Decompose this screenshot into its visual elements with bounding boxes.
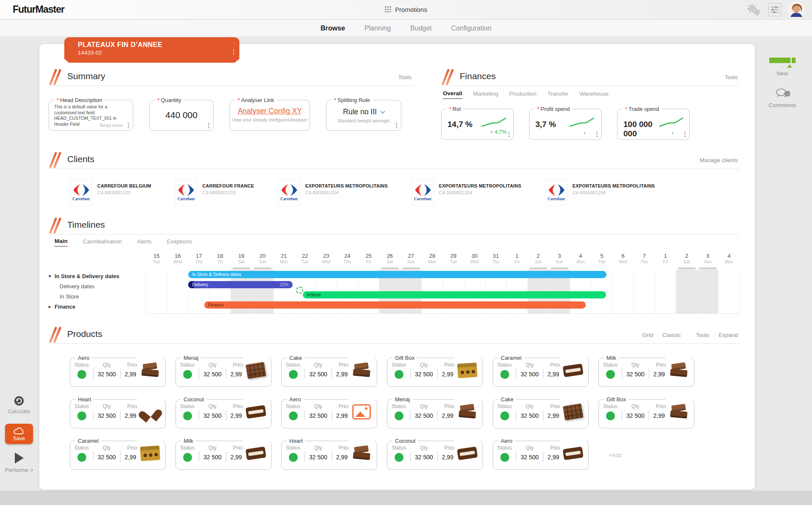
trade-spend-menu-icon[interactable] — [684, 134, 686, 135]
product-card[interactable]: Gift Box Status Qty 32 500 — [598, 396, 694, 428]
apps-grid-icon[interactable] — [385, 6, 391, 13]
product-image-shape — [457, 362, 477, 378]
comments-button[interactable]: Comments — [768, 88, 796, 108]
status-badge — [500, 453, 509, 462]
new-status-bar-icon[interactable] — [769, 58, 796, 63]
fin-tab-overall[interactable]: Overall — [443, 90, 462, 99]
divider — [622, 410, 622, 420]
head-description-field[interactable]: *Head Description This is a default valu… — [49, 97, 133, 131]
splitting-rule-select[interactable]: Rule no III — [326, 108, 401, 116]
view-option-tools[interactable]: Tools — [696, 332, 710, 338]
product-card[interactable]: Caramel Status Qty 32 500 — [70, 438, 166, 470]
fin-tab-marketing[interactable]: Marketing — [473, 90, 498, 99]
selection-circle-icon[interactable] — [296, 287, 303, 294]
product-card[interactable]: Milk Status Qty 32 500 — [598, 355, 694, 387]
manage-clients-link[interactable]: Manage clients — [700, 157, 738, 163]
client-chip[interactable]: Carrefour EXPORTATEURS METROPOLITAINS C4… — [546, 180, 655, 205]
tl-tab-alerts[interactable]: Alerts — [137, 238, 152, 247]
user-avatar[interactable] — [788, 2, 804, 18]
tab-budget[interactable]: Budget — [410, 25, 432, 32]
product-card[interactable]: Caramel Status Qty 32 500 — [493, 355, 589, 387]
tab-browse[interactable]: Browse — [321, 25, 345, 32]
view-option-expand[interactable]: Expand — [719, 332, 738, 338]
gantt-label-in-store[interactable]: In Store — [49, 291, 146, 301]
finances-tools-link[interactable]: Tools — [724, 74, 738, 80]
product-card[interactable]: Aero Status Qty 32 500 — [70, 355, 166, 387]
quantity-field[interactable]: *Quantity 440 000 — [149, 97, 214, 131]
product-card[interactable]: Heart Status Qty 32 500 — [281, 438, 377, 470]
tab-planning[interactable]: Planning — [365, 25, 391, 32]
promotion-header-card[interactable]: PLATEAUX FIN D’ANNEE 14433-02 — [64, 37, 239, 63]
bar-delivery[interactable]: Delivery 20% — [188, 281, 293, 288]
caret-down-icon[interactable]: ▾ — [49, 273, 55, 279]
product-card[interactable]: Cake Status Qty 32 500 — [281, 355, 377, 387]
product-card[interactable]: Cake Status Qty 32 500 — [493, 396, 589, 428]
date-number: 16 — [167, 253, 188, 259]
summary-tools-link[interactable]: Tools — [398, 74, 411, 80]
fin-tab-transfer[interactable]: Transfer — [548, 90, 569, 99]
product-card[interactable]: Milk Status Qty 32 500 — [176, 438, 272, 470]
product-card[interactable]: Coconut Status Qty 32 500 — [176, 396, 272, 428]
add-product-button[interactable]: +Add — [598, 438, 694, 470]
gantt-date-cell: 30 Wed — [464, 253, 485, 269]
divider — [226, 452, 226, 462]
fin-tab-warehouse[interactable]: Warehouse — [579, 90, 609, 99]
tl-tab-main[interactable]: Main — [55, 238, 68, 247]
clients-section: Clients Manage clients Carrefour — [49, 154, 740, 205]
preferences-sliders-button[interactable] — [768, 3, 782, 17]
client-info: CARREFOUR BELGIUM C4-9000001202 — [97, 180, 151, 195]
profit-spend-menu-icon[interactable] — [596, 134, 598, 135]
roi-menu-icon[interactable] — [508, 134, 510, 135]
client-chip[interactable]: Carrefour CARREFOUR BELGIUM C4-900000120… — [71, 180, 151, 205]
product-card[interactable]: Menaj Status Qty 32 500 — [387, 396, 483, 428]
date-number: 30 — [464, 253, 485, 259]
fin-tab-production[interactable]: Production — [509, 90, 537, 99]
product-card[interactable]: Aero Status Qty 32 500 — [281, 396, 377, 428]
tab-configuration[interactable]: Configuration — [451, 25, 491, 32]
analyser-config-link[interactable]: Analyser Config XY — [230, 107, 310, 116]
summary-section: Summary Tools *Head Description This is … — [49, 71, 413, 140]
product-card[interactable]: Coconut Status Qty 32 500 — [387, 438, 483, 470]
read-more-link[interactable]: Read more — [100, 123, 123, 128]
product-image-shape — [352, 362, 371, 379]
gantt-label-finance[interactable]: ▸ Finance — [49, 301, 146, 312]
view-option-classic[interactable]: Classic — [662, 332, 681, 338]
qty-header: Qty — [526, 445, 534, 451]
gantt-date-cell: 17 Thu — [188, 253, 209, 269]
product-card[interactable]: Menaj Status Qty 32 500 — [176, 355, 272, 387]
client-chip[interactable]: Carrefour CARREFOUR FRANCE C3-9000001203 — [176, 180, 254, 205]
client-chip[interactable]: Carrefour EXPORTATEURS METROPOLITAINS C4… — [412, 180, 521, 205]
caret-right-icon[interactable]: ▸ — [49, 304, 55, 309]
product-card[interactable]: Heart Status Qty 32 500 — [70, 396, 166, 428]
client-info: EXPORTATEURS METROPOLITAINS C4-900000120… — [573, 180, 655, 195]
quantity-menu-icon[interactable] — [208, 125, 209, 126]
gantt-bars: In Store & Delivery dates Delivery 20% I… — [146, 270, 740, 313]
quantity-value[interactable]: 440 000 — [150, 110, 213, 120]
promotion-menu-icon[interactable] — [233, 51, 234, 52]
client-chip[interactable]: Carrefour EXPORTATEURS METROPOLITAINS C4… — [279, 180, 388, 205]
performe-button[interactable]: Performe > — [5, 453, 33, 473]
calculate-label: Calculate — [8, 408, 30, 414]
calculate-button[interactable]: Calculate — [8, 395, 30, 414]
gantt-date-cell: 23 Wed — [315, 253, 337, 269]
product-card[interactable]: Gift Box Status Qty 32 500 — [387, 355, 483, 387]
gantt-label-delivery-dates[interactable]: Delivery dates — [49, 281, 146, 291]
bar-instore[interactable]: InStore — [303, 291, 606, 298]
product-name: Milk — [181, 438, 196, 444]
view-option-grid[interactable]: Grid — [642, 332, 653, 338]
head-description-menu-icon[interactable] — [128, 125, 129, 126]
status-badge — [77, 453, 86, 462]
divider — [93, 369, 93, 379]
qty-header: Qty — [526, 362, 534, 368]
settings-gears-button[interactable] — [746, 3, 761, 17]
page-title: Promotions — [395, 6, 427, 13]
product-card[interactable]: Aero Status Qty 32 500 — [493, 438, 589, 470]
gantt-label-instore-delivery[interactable]: ▾ In Store & Delivery dates — [49, 271, 146, 281]
splitting-rule-menu-icon[interactable] — [396, 125, 397, 126]
tl-tab-exeptions[interactable]: Exeptions — [167, 238, 192, 247]
product-image — [243, 397, 269, 426]
save-button[interactable]: Save — [5, 424, 33, 444]
tl-tab-cannibalisation[interactable]: Cannibalisation — [83, 238, 122, 247]
bar-instore-delivery[interactable]: In Store & Delivery dates — [188, 271, 606, 278]
bar-finance[interactable]: Finance — [204, 301, 586, 309]
